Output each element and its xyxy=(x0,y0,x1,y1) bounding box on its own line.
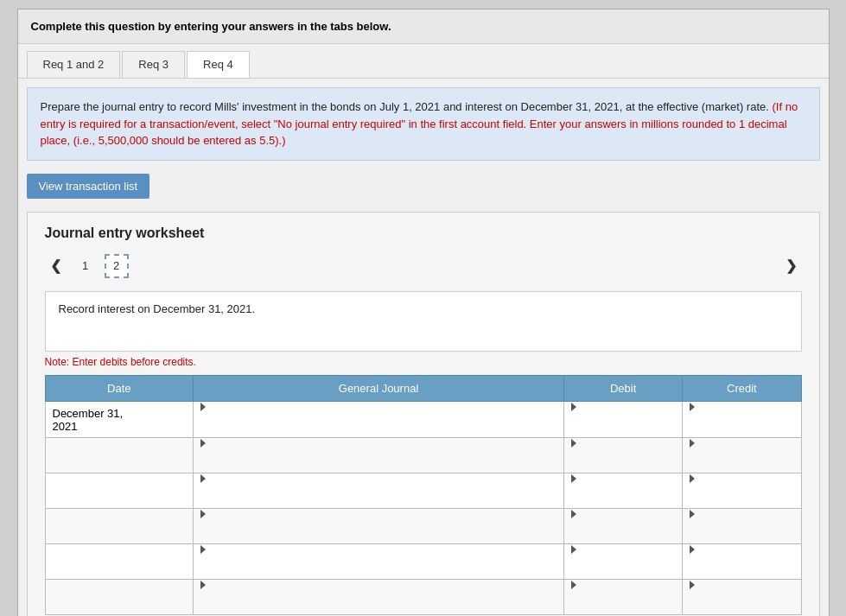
instruction-bar: Complete this question by entering your … xyxy=(18,10,829,44)
credit-cell-5 xyxy=(683,543,801,579)
col-journal: General Journal xyxy=(194,375,564,401)
row-indicator-4 xyxy=(200,510,206,518)
journal-cell-4 xyxy=(194,508,564,543)
entry-description-box: Record interest on December 31, 2021. xyxy=(45,291,802,352)
date-cell-4 xyxy=(45,508,194,543)
credit-indicator-6 xyxy=(690,581,695,589)
table-row xyxy=(45,437,801,473)
note-text: Note: Enter debits before credits. xyxy=(45,356,802,368)
tabs-row: Req 1 and 2 Req 3 Req 4 xyxy=(18,44,829,79)
credit-input-5[interactable] xyxy=(690,555,793,581)
debit-indicator-6 xyxy=(571,581,576,589)
date-cell-1: December 31,2021 xyxy=(45,401,194,437)
row-indicator-6 xyxy=(200,581,206,589)
row-indicator-3 xyxy=(200,474,206,483)
date-cell-2 xyxy=(45,437,194,473)
debit-indicator-4 xyxy=(571,510,576,518)
credit-cell-6 xyxy=(683,579,801,614)
table-row: December 31,2021 xyxy=(45,401,801,437)
debit-cell-4 xyxy=(563,508,682,543)
row-indicator-1 xyxy=(200,403,206,411)
col-debit: Debit xyxy=(563,375,682,401)
debit-indicator-2 xyxy=(571,439,576,448)
worksheet-title: Journal entry worksheet xyxy=(45,225,802,241)
debit-cell-6 xyxy=(563,579,682,614)
description-main: Prepare the journal entry to record Mill… xyxy=(41,100,769,113)
journal-cell-1 xyxy=(194,401,564,437)
journal-input-6[interactable] xyxy=(200,590,557,616)
table-row xyxy=(45,508,801,543)
tab-req3[interactable]: Req 3 xyxy=(122,51,185,78)
debit-indicator-1 xyxy=(571,403,576,411)
prev-page-arrow[interactable]: ❮ xyxy=(45,256,67,276)
view-transaction-button[interactable]: View transaction list xyxy=(27,174,150,199)
credit-input-6[interactable] xyxy=(690,590,793,616)
credit-input-1[interactable] xyxy=(690,412,793,439)
journal-input-5[interactable] xyxy=(200,555,557,581)
table-row xyxy=(45,579,801,614)
tab-req4[interactable]: Req 4 xyxy=(187,51,250,78)
credit-indicator-5 xyxy=(690,545,695,554)
table-row xyxy=(45,543,801,579)
journal-cell-6 xyxy=(194,579,564,614)
debit-cell-5 xyxy=(563,543,682,579)
journal-table: Date General Journal Debit Credit Decemb… xyxy=(45,375,802,615)
tab-req1and2[interactable]: Req 1 and 2 xyxy=(27,51,121,78)
row-indicator-2 xyxy=(200,439,206,448)
date-cell-3 xyxy=(45,473,194,508)
debit-cell-2 xyxy=(563,437,682,473)
debit-input-5[interactable] xyxy=(571,555,675,581)
debit-indicator-5 xyxy=(571,545,576,554)
worksheet-container: Journal entry worksheet ❮ 1 2 ❯ Record i… xyxy=(27,212,820,617)
instruction-text: Complete this question by entering your … xyxy=(31,20,391,33)
journal-input-4[interactable] xyxy=(200,519,557,545)
journal-input-3[interactable] xyxy=(200,484,557,510)
credit-indicator-1 xyxy=(690,403,695,411)
debit-cell-1 xyxy=(563,401,682,437)
debit-input-2[interactable] xyxy=(571,448,675,474)
main-container: Complete this question by entering your … xyxy=(17,9,830,616)
credit-cell-1 xyxy=(683,401,801,437)
debit-input-1[interactable] xyxy=(571,412,675,439)
next-page-arrow[interactable]: ❯ xyxy=(780,256,802,276)
debit-input-4[interactable] xyxy=(571,519,675,545)
debit-indicator-3 xyxy=(571,474,576,483)
page-nav: ❮ 1 2 ❯ xyxy=(45,254,802,278)
date-cell-5 xyxy=(45,543,194,579)
credit-cell-3 xyxy=(683,473,801,508)
journal-cell-2 xyxy=(194,437,564,473)
journal-cell-3 xyxy=(194,473,564,508)
journal-cell-5 xyxy=(194,543,564,579)
journal-input-1[interactable] xyxy=(200,412,557,439)
credit-indicator-2 xyxy=(690,439,695,448)
debit-cell-3 xyxy=(563,473,682,508)
debit-input-3[interactable] xyxy=(571,484,675,510)
col-credit: Credit xyxy=(683,375,801,401)
credit-input-3[interactable] xyxy=(690,484,793,510)
row-indicator-5 xyxy=(200,545,206,554)
credit-indicator-4 xyxy=(690,510,695,518)
journal-input-2[interactable] xyxy=(200,448,557,474)
page-1[interactable]: 1 xyxy=(73,254,98,278)
credit-input-2[interactable] xyxy=(690,448,793,474)
entry-description-text: Record interest on December 31, 2021. xyxy=(59,302,256,315)
col-date: Date xyxy=(45,375,194,401)
credit-input-4[interactable] xyxy=(690,519,793,545)
page-2[interactable]: 2 xyxy=(105,254,129,278)
table-row xyxy=(45,473,801,508)
date-cell-6 xyxy=(45,579,194,614)
description-box: Prepare the journal entry to record Mill… xyxy=(27,87,820,161)
credit-cell-2 xyxy=(683,437,801,473)
credit-indicator-3 xyxy=(690,474,695,483)
credit-cell-4 xyxy=(683,508,801,543)
debit-input-6[interactable] xyxy=(571,590,675,616)
